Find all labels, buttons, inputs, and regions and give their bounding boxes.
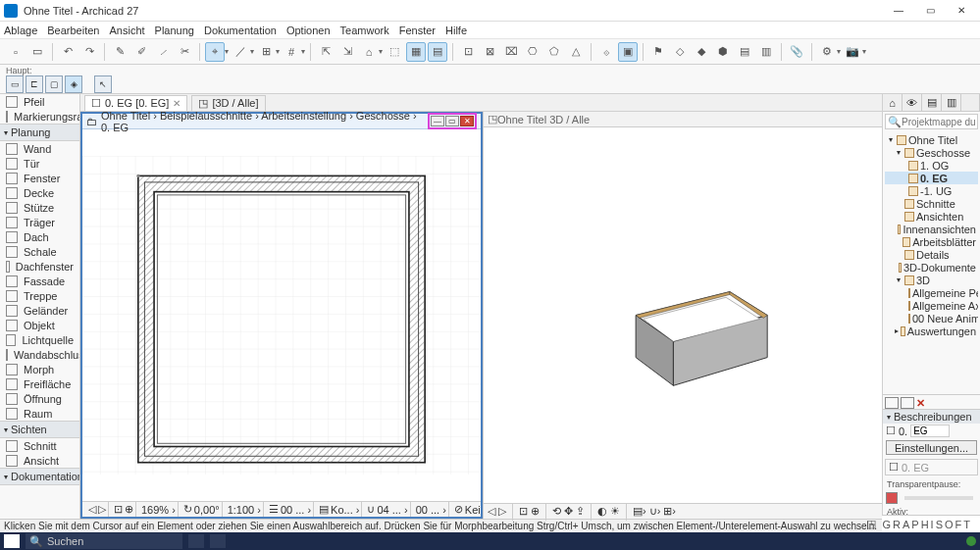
gear-icon[interactable]: ⚙ — [817, 42, 837, 62]
window-maximize[interactable]: ▭ — [915, 2, 945, 20]
zoom-fit-icon[interactable]: ⊡ — [114, 503, 123, 516]
snap-icon[interactable]: ⊞ — [256, 42, 276, 62]
settings-button[interactable]: Einstellungen... — [886, 440, 977, 455]
shape-2-icon[interactable]: ◆ — [692, 42, 711, 62]
tab-floorplan[interactable]: ☐ 0. EG [0. EG] ✕ — [84, 95, 187, 111]
nav-tab-project-icon[interactable]: ⌂ — [883, 94, 903, 111]
scale[interactable]: 1:100 › — [226, 502, 264, 517]
pick-icon[interactable]: ✎ — [110, 42, 129, 62]
camera-icon[interactable]: 📷 — [843, 42, 862, 62]
toolopt-2-icon[interactable]: ⊠ — [480, 42, 499, 62]
walk-icon[interactable]: ⇪ — [576, 505, 585, 518]
tool-markierung[interactable]: Markierungsrah... — [0, 109, 79, 124]
tool-dachfenster[interactable]: Dachfenster — [0, 259, 79, 274]
menu-planung[interactable]: Planung — [155, 25, 194, 36]
tree-ansichten[interactable]: Ansichten — [885, 210, 978, 223]
mode-chain-icon[interactable]: ⊏ — [26, 75, 43, 93]
menu-hilfe[interactable]: Hilfe — [445, 25, 467, 36]
filter-icon[interactable]: ⊘ — [454, 503, 463, 516]
property-name-input[interactable] — [910, 425, 950, 437]
tree-persp[interactable]: Allgemeine Perspekt — [885, 286, 978, 299]
taskbar-item-1[interactable] — [188, 534, 204, 548]
grid-icon[interactable]: # — [282, 42, 301, 62]
show-grid-icon[interactable]: ▦ — [406, 42, 426, 62]
line-tool-icon[interactable]: ／ — [231, 42, 250, 62]
view3d-layers-icon[interactable]: ▤› — [633, 505, 646, 518]
tree-1og[interactable]: 1. OG — [885, 159, 978, 172]
mode-rect-icon[interactable]: ▢ — [45, 75, 63, 93]
tree-axon[interactable]: Allgemeine Axonom — [885, 299, 978, 312]
toolopt-5-icon[interactable]: ⬠ — [544, 42, 564, 62]
taskbar-item-2[interactable] — [210, 534, 226, 548]
lock-icon[interactable]: ⌂ — [359, 42, 379, 62]
rotate-icon[interactable]: ↻ — [183, 503, 192, 516]
orbit-icon[interactable]: ⟲ — [552, 505, 561, 518]
nav-tab-view-icon[interactable]: 👁 — [903, 94, 922, 111]
menu-dokumentation[interactable]: Dokumentation — [204, 25, 277, 36]
toolbox-section-planung[interactable]: Planung — [0, 124, 79, 141]
subwin-minimize[interactable]: — — [431, 116, 444, 126]
tool-ansicht[interactable]: Ansicht — [0, 453, 79, 468]
tool-treppe[interactable]: Treppe — [0, 288, 79, 303]
zoom-plus-icon[interactable]: ⊕ — [125, 503, 133, 516]
nav-action-dup-icon[interactable] — [901, 397, 914, 409]
tool-tuer[interactable]: Tür — [0, 156, 79, 171]
tree-arbeits[interactable]: Arbeitsblätter — [885, 235, 978, 248]
tool-gelaender[interactable]: Geländer — [0, 303, 79, 318]
crop-icon[interactable]: ✂ — [175, 42, 194, 62]
tool-raum[interactable]: Raum — [0, 406, 79, 421]
tool-traeger[interactable]: Träger — [0, 215, 79, 229]
tree-root[interactable]: ▾Ohne Titel — [885, 133, 978, 146]
suspend-icon[interactable]: ⬚ — [385, 42, 404, 62]
tree-0eg[interactable]: 0. EG — [885, 172, 978, 184]
subwin-close[interactable]: ✕ — [460, 116, 474, 126]
toolopt-6-icon[interactable]: △ — [566, 42, 586, 62]
nav-left-icon[interactable]: ◁ — [88, 503, 96, 516]
tree-m1ug[interactable]: -1. UG — [885, 184, 978, 197]
view3d-filter-icon[interactable]: ⊞› — [663, 505, 676, 518]
open-icon[interactable]: ▭ — [27, 42, 47, 62]
pan-icon[interactable]: ✥ — [564, 505, 573, 518]
trace-icon[interactable]: ▤ — [428, 42, 447, 62]
nav-tab-layout-icon[interactable]: ▤ — [922, 94, 942, 111]
layers-small-icon[interactable]: ☰ — [269, 503, 279, 516]
window-close[interactable]: ✕ — [947, 2, 976, 20]
nav-action-new-icon[interactable] — [885, 397, 899, 409]
taskbar-search[interactable]: 🔍 Suchen — [26, 533, 182, 549]
canvas-3d[interactable] — [484, 127, 882, 503]
zoom3d-icon[interactable]: ⊕ — [531, 505, 540, 518]
toolbox-section-sichten[interactable]: Sichten — [0, 421, 79, 438]
pen-icon[interactable]: ∪ — [367, 503, 375, 516]
fit3d-icon[interactable]: ⊡ — [519, 505, 528, 518]
tool-morph[interactable]: Morph — [0, 362, 79, 376]
tool-fenster[interactable]: Fenster — [0, 171, 79, 185]
canvas-2d[interactable] — [82, 129, 481, 501]
shape-3-icon[interactable]: ⬢ — [713, 42, 733, 62]
nav3d-back-icon[interactable]: ◁ — [488, 505, 495, 518]
nav-right-icon[interactable]: ▷ — [98, 503, 106, 516]
close-icon[interactable]: ✕ — [173, 98, 181, 109]
display-icon[interactable]: ▤ — [319, 503, 329, 516]
eyedropper-icon[interactable]: ✐ — [131, 42, 151, 62]
measure-icon[interactable]: ⟐ — [596, 42, 616, 62]
tool-stuetze[interactable]: Stütze — [0, 200, 79, 215]
tree-geschosse[interactable]: ▾Geschosse — [885, 146, 978, 159]
mode-cursor-icon[interactable]: ↖ — [94, 75, 112, 93]
offset-icon[interactable]: ⇲ — [337, 42, 357, 62]
tool-freiflaeche[interactable]: Freifläche — [0, 376, 79, 391]
transp-slider[interactable] — [904, 496, 973, 500]
transp-swatch[interactable] — [886, 492, 898, 504]
undo-icon[interactable]: ↶ — [58, 42, 77, 62]
tool-wand[interactable]: Wand — [0, 141, 79, 156]
new-icon[interactable]: ▫ — [6, 42, 26, 62]
window-minimize[interactable]: — — [884, 2, 913, 20]
tree-ausw[interactable]: ▸Auswertungen — [885, 325, 978, 337]
ruler-icon[interactable]: ⟋ — [153, 42, 173, 62]
toolopt-4-icon[interactable]: ⎔ — [523, 42, 542, 62]
tool-wandabschluss[interactable]: Wandabschluss — [0, 347, 79, 362]
tab-3d[interactable]: ◳ [3D / Alle] — [191, 95, 265, 111]
subwin-maximize[interactable]: ▭ — [445, 116, 459, 126]
view3d-pen-icon[interactable]: ∪› — [649, 505, 661, 518]
tree-innen[interactable]: Innenansichten — [885, 223, 978, 235]
toolopt-1-icon[interactable]: ⊡ — [458, 42, 478, 62]
